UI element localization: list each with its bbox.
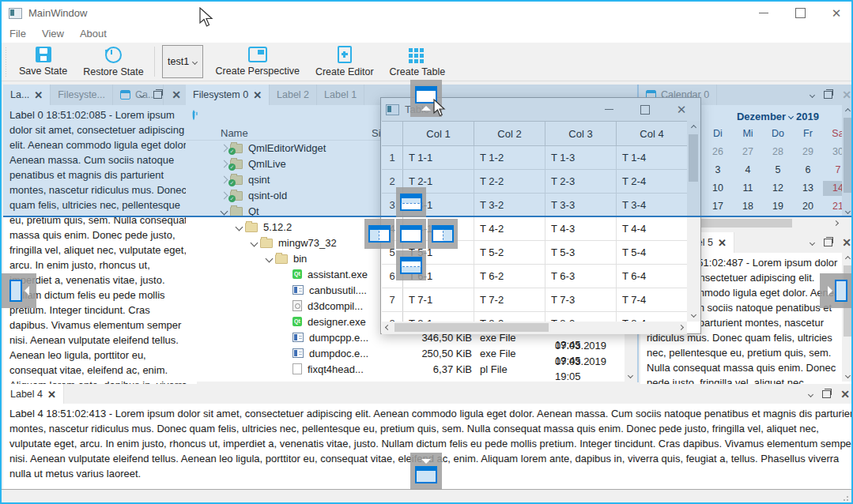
scroll-up-icon xyxy=(845,256,851,261)
maximize-button[interactable] xyxy=(784,2,816,24)
file-name: canbusutil.... xyxy=(309,283,367,298)
minimize-icon xyxy=(759,13,768,13)
chevron-down-icon xyxy=(808,391,813,397)
panel-close-button[interactable]: ✕ xyxy=(842,236,851,249)
panel-float-button[interactable] xyxy=(824,239,832,246)
menu-file[interactable]: File xyxy=(2,28,34,39)
perspective-icon xyxy=(248,47,267,62)
app-icon xyxy=(9,8,22,19)
file-icon xyxy=(293,363,302,374)
toolbar-drag-handle[interactable] xyxy=(4,47,8,77)
dll-icon xyxy=(293,300,302,311)
label4-tabbar: Label 4✕✕ xyxy=(3,384,853,404)
toolbar-button-label: Save State xyxy=(19,66,67,77)
dock-left-icon xyxy=(9,280,22,302)
window-title: MainWindow xyxy=(28,7,87,19)
scroll-right-icon xyxy=(678,325,684,330)
restore-state-button[interactable]: Restore State xyxy=(75,44,151,80)
label5-vscrollbar[interactable] xyxy=(842,253,853,382)
file-size: 6,37 KiB xyxy=(393,362,472,377)
editor-icon xyxy=(338,46,352,63)
save-state-button[interactable]: Save State xyxy=(11,44,75,80)
dock-center-indicator[interactable] xyxy=(396,219,426,249)
toolbar: Save StateRestore State test1 Create Per… xyxy=(2,43,851,81)
table-cell[interactable]: T 7-1 xyxy=(403,288,474,311)
expander-expanded-icon[interactable] xyxy=(251,239,259,246)
file-type: pl File xyxy=(480,362,508,377)
title-bar[interactable]: MainWindow xyxy=(2,2,851,24)
dock-left-indicator[interactable] xyxy=(2,273,36,308)
tab-close-icon[interactable]: ✕ xyxy=(47,389,56,401)
toolbar-button-label: Create Editor xyxy=(315,66,374,77)
table-hscrollbar[interactable] xyxy=(382,322,687,334)
status-bar xyxy=(2,489,851,504)
tab-label-4[interactable]: Label 4✕ xyxy=(3,384,64,404)
file-name: designer.exe xyxy=(308,314,366,329)
folder-icon xyxy=(275,254,288,264)
dock-right-indicator[interactable] xyxy=(820,273,853,308)
split-top-icon xyxy=(400,194,422,211)
dock-center-icon xyxy=(400,225,422,243)
expander-expanded-icon[interactable] xyxy=(266,254,274,262)
file-type: exe File xyxy=(480,346,516,361)
table-row[interactable]: 7T 7-1T 7-2T 7-3T 7-4 xyxy=(382,288,687,312)
menu-bar: FileViewAbout xyxy=(2,24,851,43)
table-cell[interactable]: T 5-3 xyxy=(545,241,617,264)
menu-view[interactable]: View xyxy=(34,28,72,39)
qt-exe-icon: Qt xyxy=(293,317,302,326)
main-window: MainWindow ✕ FileViewAbout Save StateRes… xyxy=(0,0,853,504)
scroll-right-icon xyxy=(833,220,839,226)
table-cell[interactable]: T 5-4 xyxy=(617,241,687,264)
dock-bottom-icon xyxy=(415,466,437,483)
split-right-indicator[interactable] xyxy=(428,219,458,249)
folder-icon xyxy=(260,239,273,248)
tree-row-fixqt4head[interactable]: fixqt4head...6,37 KiBpl File07.03.2019 1… xyxy=(186,361,623,377)
panel-float-button[interactable] xyxy=(822,390,831,398)
table-icon xyxy=(409,47,425,63)
perspective-combo[interactable]: test1 xyxy=(162,45,203,78)
menu-about[interactable]: About xyxy=(72,28,115,39)
table-cell[interactable]: T 6-3 xyxy=(545,265,617,288)
table-cell[interactable]: T 4-4 xyxy=(617,217,687,240)
table-cell[interactable]: T 7-3 xyxy=(545,288,617,311)
resize-grip[interactable] xyxy=(841,494,849,502)
row-header[interactable]: 7 xyxy=(382,288,403,311)
chevron-down-icon xyxy=(810,239,815,245)
create-perspective-button[interactable]: Create Perspective xyxy=(208,43,308,80)
file-name: fixqt4head... xyxy=(308,362,364,377)
dock-bottom-indicator[interactable] xyxy=(410,453,442,490)
app-icon xyxy=(293,348,304,358)
split-left-indicator[interactable] xyxy=(364,219,394,249)
table-cell[interactable]: T 4-2 xyxy=(474,217,545,240)
file-name: assistant.exe xyxy=(308,267,368,282)
panel-menu-button[interactable] xyxy=(809,393,813,397)
table-cell[interactable]: T 4-3 xyxy=(545,217,617,240)
create-editor-button[interactable]: Create Editor xyxy=(308,43,382,80)
tab-close-icon[interactable]: ✕ xyxy=(718,237,727,249)
file-name: mingw73_32 xyxy=(278,235,337,250)
scroll-down-icon xyxy=(691,312,696,318)
table-cell[interactable]: T 6-2 xyxy=(474,265,545,288)
close-button[interactable]: ✕ xyxy=(821,2,852,24)
create-table-button[interactable]: Create Table xyxy=(382,43,454,80)
arrow-left-icon xyxy=(25,286,29,295)
minimize-button[interactable] xyxy=(748,2,779,24)
split-top-indicator[interactable] xyxy=(396,187,426,217)
split-bottom-indicator[interactable] xyxy=(396,250,426,280)
table-cell[interactable]: T 6-4 xyxy=(617,265,687,288)
scroll-left-icon xyxy=(385,325,391,330)
toolbar-separator xyxy=(154,47,155,77)
file-date: 07.03.2019 19:05 xyxy=(555,354,623,382)
app-icon xyxy=(293,333,304,342)
panel-menu-button[interactable] xyxy=(810,241,814,245)
table-row[interactable]: 6T 6-1T 6-2T 6-3T 6-4 xyxy=(382,265,687,288)
panel-close-button[interactable]: ✕ xyxy=(840,388,850,401)
table-cell[interactable]: T 7-2 xyxy=(474,288,545,311)
expander-expanded-icon[interactable] xyxy=(236,223,243,231)
file-size: 250,50 KiB xyxy=(393,346,472,361)
table-cell[interactable]: T 5-2 xyxy=(474,241,545,264)
maximize-icon xyxy=(795,8,806,18)
table-cell[interactable]: T 7-4 xyxy=(617,288,687,311)
arrow-up-icon xyxy=(421,106,431,111)
perspective-combo-value: test1 xyxy=(168,56,189,67)
